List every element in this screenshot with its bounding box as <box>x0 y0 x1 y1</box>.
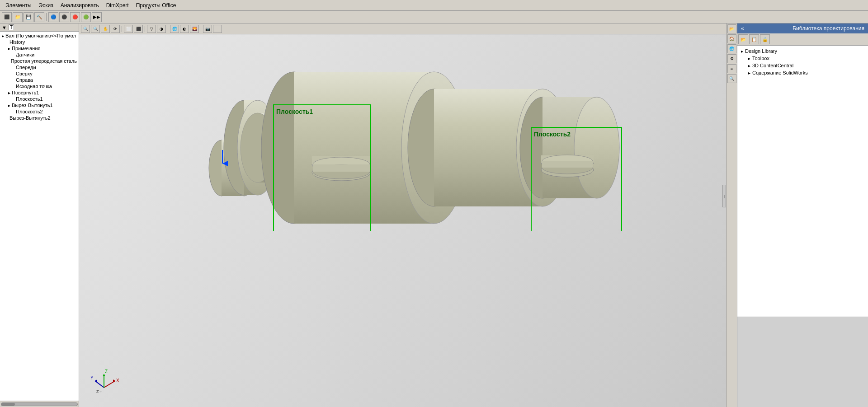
svg-point-20 <box>574 97 619 198</box>
sidebar-icon-home[interactable]: 🏠 <box>727 34 736 43</box>
tree-item-label-annotations: Примечания <box>12 46 41 51</box>
svg-text:Плоскость2: Плоскость2 <box>534 131 571 138</box>
rpanel-btn-2[interactable]: 🔒 <box>760 34 770 44</box>
tree-item-material[interactable]: Простая углеродистая сталь <box>1 58 78 64</box>
feature-tree[interactable]: ▸ Вал (По умолчанию<<По умол History▸ Пр… <box>0 32 79 401</box>
rtree-item-3d-content[interactable]: ▸ 3D ContentCentral <box>739 62 866 69</box>
tree-item-top[interactable]: Сверху <box>1 70 78 77</box>
tree-item-icon-shaft: ▸ <box>2 33 4 38</box>
right-sidebar-icons: 📂 🏠 🌐 ⚙ ≡ 🔍 <box>726 23 737 407</box>
vp-sep1 <box>122 26 122 32</box>
rtree-item-design-library[interactable]: ▸ Design Library <box>739 47 866 55</box>
vp-rotate[interactable]: ⟳ <box>111 25 120 33</box>
tree-item-annotations[interactable]: ▸ Примечания <box>1 45 78 51</box>
scrollbar-thumb[interactable] <box>1 403 15 406</box>
right-panel-title: Библиотека проектирования <box>793 25 864 32</box>
toolbar-btn-2[interactable]: 💾 <box>24 12 33 22</box>
vp-display[interactable]: 🌐 <box>170 25 179 33</box>
tree-item-icon-cutextrude1: ▸ <box>8 103 10 108</box>
tree-item-label-sensors: Датчики <box>16 52 34 57</box>
menu-item-dimxpert[interactable]: DimXpert <box>103 1 132 9</box>
menu-item-analyze[interactable]: Анализировать <box>57 1 103 9</box>
tree-item-label-top: Сверху <box>16 71 33 76</box>
tree-item-cutextrude2[interactable]: Вырез-Вытянуть2 <box>1 115 78 121</box>
vp-more[interactable]: … <box>213 25 222 33</box>
tree-item-front[interactable]: Спереди <box>1 64 78 70</box>
right-panel: « Библиотека проектирования 📂 📋 🔒 ▸ Desi… <box>737 23 868 407</box>
viewport-toolbar: 🔍 🔍 ✋ ⟳ ⬜ ⬛ ▽ ◑ 🌐 ◐ 🌄 📷 … <box>79 23 726 34</box>
collapse-handle[interactable]: | <box>722 185 726 207</box>
scrollbar-track[interactable] <box>1 402 78 406</box>
tree-item-icon-annotations: ▸ <box>8 46 10 51</box>
sidebar-icon-list[interactable]: ≡ <box>727 64 736 73</box>
sidebar-icon-gear[interactable]: ⚙ <box>727 54 736 63</box>
sidebar-icon-search[interactable]: 🔍 <box>727 74 736 83</box>
tree-item-plane2[interactable]: Плоскость2 <box>1 108 78 115</box>
menu-item-office[interactable]: Продукты Office <box>132 1 180 9</box>
tree-item-label-plane1: Плоскость1 <box>16 96 43 102</box>
right-panel-bottom <box>737 317 868 407</box>
right-panel-collapse[interactable]: « <box>741 25 744 32</box>
vp-pan[interactable]: ✋ <box>101 25 110 33</box>
rpanel-btn-0[interactable]: 📂 <box>738 34 748 44</box>
tree-item-label-plane2: Плоскость2 <box>16 109 43 114</box>
vp-zoom-out[interactable]: 🔍 <box>91 25 100 33</box>
tree-item-right[interactable]: Справа <box>1 77 78 83</box>
tree-item-shaft[interactable]: ▸ Вал (По умолчанию<<По умол <box>1 33 78 39</box>
vp-section[interactable]: ◑ <box>157 25 166 33</box>
tree-item-label-origin: Исходная точка <box>16 84 52 89</box>
menu-bar: Элементы Эскиз Анализировать DimXpert Пр… <box>0 0 868 11</box>
vp-box[interactable]: ⬛ <box>134 25 143 33</box>
left-panel-header: ▼ T <box>0 23 79 32</box>
vp-zoom-in[interactable]: 🔍 <box>81 25 90 33</box>
left-panel-scrollbar[interactable] <box>0 401 79 407</box>
toolbar-btn-0[interactable]: ⬛ <box>2 12 12 22</box>
toolbar-btn-6[interactable]: 🔴 <box>70 12 80 22</box>
rtree-icon-toolbox: ▸ <box>748 56 750 61</box>
filter-icon: ▼ <box>2 25 7 30</box>
viewport[interactable]: 🔍 🔍 ✋ ⟳ ⬜ ⬛ ▽ ◑ 🌐 ◐ 🌄 📷 … <box>79 23 726 407</box>
tree-item-revolve1[interactable]: ▸ Повернуть1 <box>1 89 78 96</box>
vp-sep2 <box>145 26 145 32</box>
rtree-item-toolbox[interactable]: ▸ Toolbox <box>739 55 866 62</box>
tree-item-origin[interactable]: Исходная точка <box>1 83 78 89</box>
rtree-label-toolbox: Toolbox <box>752 56 769 61</box>
menu-item-elements[interactable]: Элементы <box>2 1 35 9</box>
toolbar-separator <box>46 13 47 21</box>
tree-item-label-right: Справа <box>16 77 33 83</box>
vp-scene[interactable]: 🌄 <box>190 25 199 33</box>
toolbar-expand[interactable]: ▶▶ <box>92 12 102 22</box>
main-layout: ▼ T ▸ Вал (По умолчанию<<По умол History… <box>0 23 868 407</box>
toolbar-btn-4[interactable]: 🔵 <box>48 12 58 22</box>
rtree-icon-solidworks-content: ▸ <box>748 70 750 75</box>
vp-sep4 <box>201 26 201 32</box>
sidebar-icon-folder[interactable]: 📂 <box>727 24 736 33</box>
vp-appearance[interactable]: ◐ <box>180 25 189 33</box>
right-panel-tree[interactable]: ▸ Design Library▸ Toolbox▸ 3D ContentCen… <box>737 46 868 317</box>
vp-view[interactable]: ▽ <box>147 25 156 33</box>
toolbar-btn-5[interactable]: ⚫ <box>59 12 69 22</box>
toolbar-btn-7[interactable]: 🟢 <box>81 12 91 22</box>
rtree-item-solidworks-content[interactable]: ▸ Содержание SolidWorks <box>739 69 866 76</box>
svg-text:X: X <box>116 378 119 383</box>
tree-item-icon-revolve1: ▸ <box>8 90 10 95</box>
svg-marker-44 <box>103 374 105 376</box>
tree-item-history[interactable]: History <box>1 39 78 45</box>
sidebar-icon-globe[interactable]: 🌐 <box>727 44 736 53</box>
toolbar-btn-3[interactable]: 🔨 <box>34 12 44 22</box>
menu-item-sketch[interactable]: Эскиз <box>35 1 57 9</box>
rtree-label-design-library: Design Library <box>745 48 777 54</box>
svg-rect-26 <box>313 164 370 172</box>
vp-select[interactable]: ⬜ <box>124 25 133 33</box>
model-svg: Плоскость1 Плоскость2 <box>106 37 626 231</box>
rpanel-btn-1[interactable]: 📋 <box>749 34 759 44</box>
tree-item-label-shaft: Вал (По умолчанию<<По умол <box>5 33 76 38</box>
toolbar-btn-1[interactable]: 📁 <box>13 12 23 22</box>
tree-item-plane1[interactable]: Плоскость1 <box>1 96 78 102</box>
tree-item-sensors[interactable]: Датчики <box>1 51 78 58</box>
vp-camera[interactable]: 📷 <box>203 25 212 33</box>
tree-item-cutextrude1[interactable]: ▸ Вырез-Вытянуть1 <box>1 102 78 108</box>
rtree-icon-design-library: ▸ <box>741 49 743 54</box>
left-panel: ▼ T ▸ Вал (По умолчанию<<По умол History… <box>0 23 79 407</box>
right-panel-header: « Библиотека проектирования <box>737 23 868 33</box>
